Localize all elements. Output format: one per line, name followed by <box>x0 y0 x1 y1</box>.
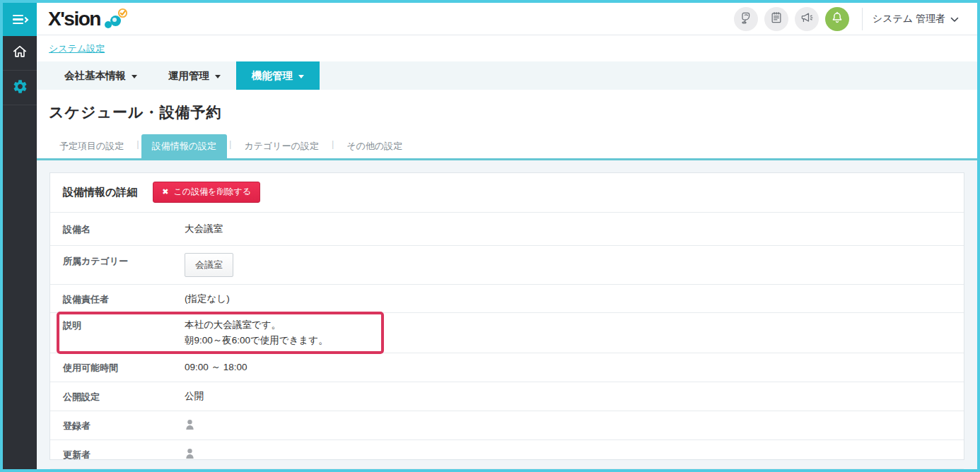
user-menu[interactable]: システム 管理者 <box>865 7 966 31</box>
sub-tab-facility-info[interactable]: 設備情報の設定 <box>141 134 227 158</box>
detail-row-manager: 設備責任者 (指定なし) <box>50 284 964 313</box>
user-menu-label: システム 管理者 <box>873 13 945 25</box>
detail-row-updater: 更新者 <box>50 439 964 468</box>
page-header: スケジュール・設備予約 予定項目の設定 設備情報の設定 カテゴリーの設定 その他… <box>37 90 977 160</box>
megaphone-button[interactable] <box>795 7 819 31</box>
panel-title: 設備情報の詳細 <box>63 186 137 199</box>
detail-row-description: 説明 本社の大会議室です。 朝9:00～夜6:00で使用できます。 <box>50 312 964 353</box>
bell-icon <box>830 11 844 28</box>
home-icon <box>12 44 28 62</box>
sub-tabs: 予定項目の設定 設備情報の設定 カテゴリーの設定 その他の設定 <box>49 134 965 158</box>
detail-row-visibility: 公開設定 公開 <box>50 382 964 411</box>
menu-icon <box>13 15 28 25</box>
mirror-button[interactable] <box>734 7 758 31</box>
divider <box>862 8 863 30</box>
logo-text: X'sion <box>48 8 100 30</box>
memo-button[interactable] <box>764 7 788 31</box>
sidebar <box>3 3 37 469</box>
panel-footer: この設備を編集する 再利用登録をする <box>50 468 964 469</box>
sidebar-item-settings[interactable] <box>3 71 37 105</box>
updater-user-icon <box>185 447 195 462</box>
topbar-actions: システム 管理者 <box>728 7 966 31</box>
category-badge[interactable]: 会議室 <box>185 253 233 277</box>
content-area: 設備情報の詳細 ✖ この設備を削除する 設備名 大会議室 所属カテゴリー 会議室… <box>37 160 977 469</box>
breadcrumb: システム設定 <box>37 35 977 61</box>
notification-bell-button[interactable] <box>825 7 849 31</box>
breadcrumb-link-system-settings[interactable]: システム設定 <box>49 42 105 55</box>
nav-tab-function-management[interactable]: 機能管理 <box>236 61 320 90</box>
page-title: スケジュール・設備予約 <box>49 102 965 122</box>
manager-value: (指定なし) <box>185 291 230 307</box>
nav-tabs: 会社基本情報 運用管理 機能管理 <box>37 61 977 90</box>
nav-tab-operation-management[interactable]: 運用管理 <box>153 61 236 90</box>
chevron-down-icon <box>950 13 959 25</box>
detail-row-available-hours: 使用可能時間 09:00 ～ 18:00 <box>50 353 964 382</box>
visibility-value: 公開 <box>185 389 204 404</box>
megaphone-icon <box>800 11 814 28</box>
description-value: 本社の大会議室です。 朝9:00～夜6:00で使用できます。 <box>185 317 328 348</box>
top-bar: X'sion <box>37 3 977 35</box>
sidebar-item-home[interactable] <box>3 36 37 71</box>
delete-facility-button[interactable]: ✖ この設備を削除する <box>153 182 260 203</box>
hamburger-button[interactable] <box>3 3 37 36</box>
facility-name-value: 大会議室 <box>185 221 223 237</box>
sub-tab-category[interactable]: カテゴリーの設定 <box>233 134 329 158</box>
caret-down-icon <box>215 75 221 78</box>
detail-row-registrant: 登録者 <box>50 411 964 439</box>
detail-row-category: 所属カテゴリー 会議室 <box>50 245 964 284</box>
sub-tab-others[interactable]: その他の設定 <box>336 134 413 158</box>
app-logo[interactable]: X'sion <box>48 8 128 30</box>
logo-check-icon <box>117 8 128 21</box>
facility-detail-panel: 設備情報の詳細 ✖ この設備を削除する 設備名 大会議室 所属カテゴリー 会議室… <box>49 172 964 460</box>
caret-down-icon <box>298 75 304 78</box>
main-area: X'sion <box>37 3 977 469</box>
close-x-icon: ✖ <box>162 187 168 196</box>
nav-tab-company-info[interactable]: 会社基本情報 <box>49 61 153 90</box>
curve-mirror-icon <box>739 11 753 28</box>
registrant-user-icon <box>185 418 195 433</box>
memo-icon <box>769 11 783 28</box>
detail-row-facility-name: 設備名 大会議室 <box>50 212 964 245</box>
sub-tab-schedule-items[interactable]: 予定項目の設定 <box>49 134 134 158</box>
available-hours-value: 09:00 ～ 18:00 <box>185 360 247 375</box>
panel-header: 設備情報の詳細 ✖ この設備を削除する <box>50 173 964 212</box>
caret-down-icon <box>132 75 137 78</box>
logo-bubbles-icon <box>103 8 128 30</box>
app-window: X'sion <box>0 0 980 472</box>
gear-icon <box>12 78 28 98</box>
